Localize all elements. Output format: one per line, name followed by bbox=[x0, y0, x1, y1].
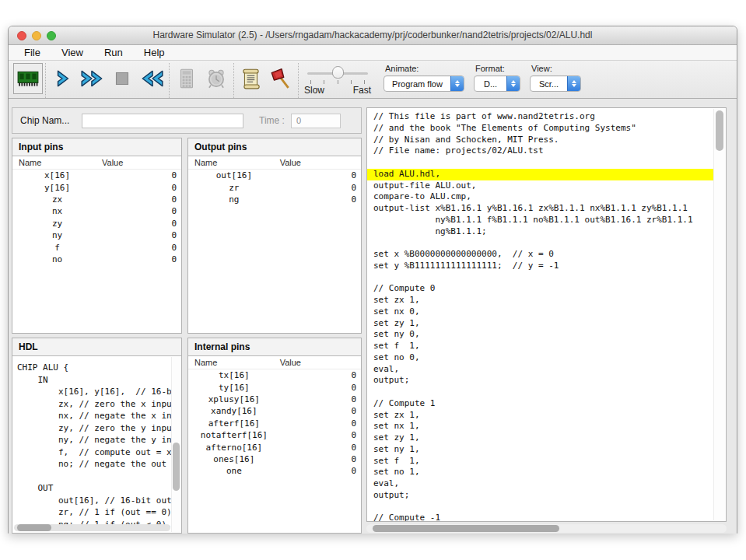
pin-name: out[16] bbox=[188, 170, 280, 180]
menu-view[interactable]: View bbox=[61, 47, 83, 58]
pin-value[interactable]: 0 bbox=[102, 219, 181, 229]
script-line bbox=[373, 272, 714, 284]
chip-name-input[interactable] bbox=[82, 114, 243, 128]
view-group: View: Scr... bbox=[530, 63, 581, 92]
hdl-code-line: CHIP ALU { bbox=[17, 362, 172, 374]
hdl-code-view[interactable]: CHIP ALU { IN x[16], y[16], // 16-bit in… bbox=[12, 356, 172, 533]
hdl-vertical-scrollbar[interactable] bbox=[171, 357, 180, 532]
internal-pin-row: xandy[16] 0 bbox=[188, 405, 361, 417]
pin-value[interactable]: 0 bbox=[102, 206, 181, 216]
minimize-button[interactable] bbox=[32, 31, 41, 40]
pin-name: f bbox=[12, 243, 102, 253]
output-pin-row: out[16] 0 bbox=[188, 170, 361, 181]
rewind-button[interactable] bbox=[137, 63, 166, 94]
input-pin-row[interactable]: no 0 bbox=[12, 254, 181, 265]
script-line: output-file ALU.out, bbox=[373, 180, 714, 192]
script-line: // This file is part of www.nand2tetris.… bbox=[373, 111, 714, 123]
chevron-up-down-icon bbox=[567, 75, 580, 92]
input-pins-panel: Input pins Name Value x[16] 0 bbox=[12, 138, 182, 334]
input-pin-row[interactable]: nx 0 bbox=[12, 205, 181, 217]
view-value: Scr... bbox=[531, 79, 567, 89]
script-line: // Compute 0 bbox=[373, 283, 714, 295]
pin-value[interactable]: 0 bbox=[102, 170, 181, 180]
scrollbar-thumb[interactable] bbox=[173, 443, 180, 491]
script-panel: // This file is part of www.nand2tetris.… bbox=[366, 107, 727, 522]
animate-select[interactable]: Program flow bbox=[384, 75, 464, 92]
pin-name: zr bbox=[188, 183, 280, 193]
pin-value[interactable]: 0 bbox=[102, 194, 181, 205]
view-script-button[interactable] bbox=[236, 63, 266, 94]
format-select[interactable]: D... bbox=[474, 75, 520, 92]
script-line: // and the book "The Elements of Computi… bbox=[373, 123, 714, 135]
hdl-code-line: OUT bbox=[17, 482, 172, 495]
script-vertical-scrollbar[interactable] bbox=[713, 109, 725, 520]
pin-name: ny bbox=[12, 230, 102, 240]
script-line: // by Nisan and Schocken, MIT Press. bbox=[373, 135, 714, 146]
pin-value: 0 bbox=[280, 370, 361, 380]
view-select[interactable]: Scr... bbox=[530, 75, 581, 92]
toolbar: Slow Fast Animate: Program flow Format: … bbox=[9, 61, 737, 99]
hdl-code-line: out[16], // 16-bit output bbox=[17, 495, 172, 507]
pin-name: no bbox=[12, 254, 102, 264]
pin-value[interactable]: 0 bbox=[102, 254, 181, 264]
script-line: // File name: projects/02/ALU.tst bbox=[373, 145, 714, 157]
scrollbar-thumb[interactable] bbox=[716, 110, 723, 151]
hdl-code-line bbox=[17, 471, 172, 483]
name-column-header: Name bbox=[188, 358, 280, 367]
menu-help[interactable]: Help bbox=[144, 47, 165, 58]
input-pin-row[interactable]: y[16] 0 bbox=[12, 181, 181, 193]
input-pin-row[interactable]: x[16] 0 bbox=[12, 170, 181, 181]
pin-table-header: Name Value bbox=[188, 356, 361, 369]
run-icon bbox=[79, 67, 106, 90]
script-horizontal-scrollbar[interactable] bbox=[366, 524, 727, 533]
output-pins-panel: Output pins Name Value out[16] 0 bbox=[187, 138, 362, 334]
hdl-horizontal-scrollbar[interactable] bbox=[14, 524, 170, 531]
pin-name: ones[16] bbox=[188, 454, 280, 464]
animate-value: Program flow bbox=[384, 79, 450, 89]
internal-pin-row: one 0 bbox=[188, 465, 361, 477]
input-pin-row[interactable]: zy 0 bbox=[12, 218, 181, 229]
speed-slider[interactable]: Slow Fast bbox=[304, 63, 371, 96]
breakpoints-button[interactable] bbox=[266, 63, 296, 94]
format-label: Format: bbox=[475, 64, 520, 73]
internal-pin-row: notafterf[16] 0 bbox=[188, 429, 361, 441]
pin-value: 0 bbox=[280, 170, 361, 180]
script-line bbox=[373, 157, 714, 169]
script-view[interactable]: // This file is part of www.nand2tetris.… bbox=[367, 108, 714, 521]
input-pin-row[interactable]: f 0 bbox=[12, 241, 181, 253]
time-value-field bbox=[291, 114, 341, 128]
pin-value[interactable]: 0 bbox=[102, 243, 181, 253]
load-chip-button[interactable] bbox=[13, 63, 43, 94]
view-label: View: bbox=[531, 64, 581, 73]
single-step-button[interactable] bbox=[48, 63, 78, 94]
run-button[interactable] bbox=[78, 63, 107, 94]
close-button[interactable] bbox=[17, 31, 26, 40]
stop-button[interactable] bbox=[107, 63, 137, 94]
window-title: Hardware Simulator (2.5) - /Users/rngada… bbox=[9, 26, 737, 44]
chevron-up-down-icon bbox=[450, 75, 464, 92]
script-line bbox=[373, 387, 714, 398]
pin-name: afterf[16] bbox=[188, 418, 280, 429]
clock-button[interactable] bbox=[201, 63, 231, 94]
input-pin-row[interactable]: ny 0 bbox=[12, 229, 181, 241]
script-line: set x %B0000000000000000, // x = 0 bbox=[373, 249, 714, 261]
script-line: set ny 0, bbox=[373, 329, 714, 341]
scrollbar-thumb[interactable] bbox=[373, 525, 559, 532]
output-pins-title: Output pins bbox=[188, 138, 361, 156]
script-line: set no 1, bbox=[373, 467, 714, 478]
value-column-header: Value bbox=[280, 158, 361, 167]
calculator-button[interactable] bbox=[172, 63, 201, 94]
menu-file[interactable]: File bbox=[24, 47, 40, 58]
scrollbar-thumb[interactable] bbox=[17, 524, 51, 531]
pin-value[interactable]: 0 bbox=[102, 183, 181, 193]
script-line: load ALU.hdl, bbox=[367, 169, 714, 180]
hdl-code-line: ny, // negate the y input? bbox=[17, 434, 172, 446]
slider-thumb[interactable] bbox=[332, 66, 344, 79]
pin-name: notafterf[16] bbox=[188, 430, 280, 440]
script-line: output; bbox=[373, 375, 714, 387]
pin-name: ty[16] bbox=[188, 383, 280, 393]
menu-run[interactable]: Run bbox=[104, 47, 123, 58]
zoom-button[interactable] bbox=[47, 31, 56, 40]
pin-value[interactable]: 0 bbox=[102, 230, 181, 240]
input-pin-row[interactable]: zx 0 bbox=[12, 194, 181, 205]
